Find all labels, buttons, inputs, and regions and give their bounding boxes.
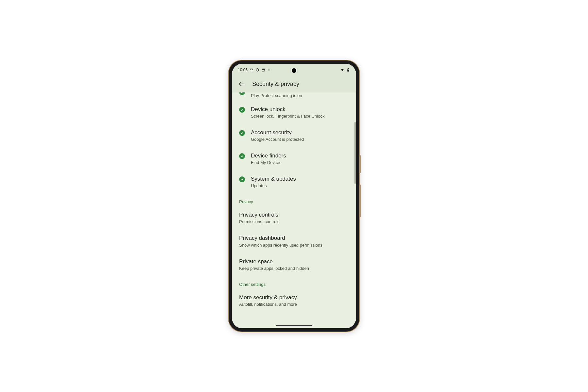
phone-frame: 10:06	[229, 60, 359, 332]
item-title: Device unlock	[251, 106, 324, 113]
check-icon	[239, 176, 245, 182]
svg-point-6	[269, 70, 270, 71]
svg-point-5	[270, 69, 270, 70]
item-subtitle: Permissions, controls	[239, 219, 280, 224]
list-item[interactable]: Account securityGoogle Account is protec…	[232, 124, 356, 147]
list-item[interactable]: Privacy controlsPermissions, controls	[232, 206, 356, 229]
volume-button	[359, 155, 361, 173]
front-camera	[292, 68, 296, 73]
settings-list[interactable]: Play Protect scanning is on Device unloc…	[232, 92, 356, 328]
item-title: Account security	[251, 129, 304, 136]
svg-point-4	[268, 69, 269, 70]
circle-icon	[255, 68, 259, 72]
item-title: More security & privacy	[239, 294, 297, 301]
list-item[interactable]: Privacy dashboardShow which apps recentl…	[232, 229, 356, 253]
svg-rect-2	[262, 69, 265, 72]
list-item[interactable]: Device findersFind My Device	[232, 147, 356, 170]
check-icon	[239, 130, 245, 136]
calendar-icon	[261, 68, 265, 72]
item-title: Device finders	[251, 152, 286, 159]
screen: 10:06	[232, 64, 356, 328]
nav-handle[interactable]	[276, 325, 312, 326]
svg-point-1	[256, 69, 259, 71]
item-title: Privacy dashboard	[239, 235, 322, 242]
dots-icon	[267, 68, 271, 72]
item-title: Privacy controls	[239, 211, 280, 219]
list-item-play-protect[interactable]: Play Protect scanning is on	[232, 92, 356, 101]
status-right	[340, 68, 350, 72]
check-icon	[239, 107, 245, 113]
item-subtitle: Play Protect scanning is on	[251, 93, 302, 98]
item-subtitle: Screen lock, Fingerprint & Face Unlock	[251, 114, 324, 119]
arrow-back-icon	[238, 80, 245, 88]
check-icon	[239, 153, 245, 159]
item-subtitle: Autofill, notifications, and more	[239, 302, 297, 307]
item-title: Private space	[239, 258, 309, 265]
item-subtitle: Updates	[251, 183, 296, 188]
svg-rect-9	[348, 69, 349, 69]
item-subtitle: Google Account is protected	[251, 137, 304, 142]
power-button	[359, 185, 361, 217]
list-item[interactable]: Private spaceKeep private apps locked an…	[232, 253, 356, 276]
list-item[interactable]: System & updatesUpdates	[232, 170, 356, 193]
check-icon	[239, 92, 245, 95]
page-header: Security & privacy	[232, 76, 356, 92]
section-header: Other settings	[232, 276, 356, 289]
gmail-icon	[250, 68, 253, 72]
item-title: System & updates	[251, 175, 296, 183]
wifi-icon	[340, 68, 344, 72]
page-title: Security & privacy	[252, 81, 299, 88]
list-item[interactable]: More security & privacyAutofill, notific…	[232, 289, 356, 312]
back-button[interactable]	[238, 80, 246, 88]
battery-icon	[346, 68, 350, 72]
item-subtitle: Keep private apps locked and hidden	[239, 266, 309, 271]
item-subtitle: Show which apps recently used permission…	[239, 243, 322, 248]
list-item[interactable]: Device unlockScreen lock, Fingerprint & …	[232, 101, 356, 124]
item-subtitle: Find My Device	[251, 160, 286, 165]
scrollbar[interactable]	[354, 122, 356, 184]
status-left: 10:06	[238, 68, 271, 72]
svg-rect-8	[348, 70, 349, 72]
status-time: 10:06	[238, 68, 248, 72]
section-header: Privacy	[232, 193, 356, 206]
